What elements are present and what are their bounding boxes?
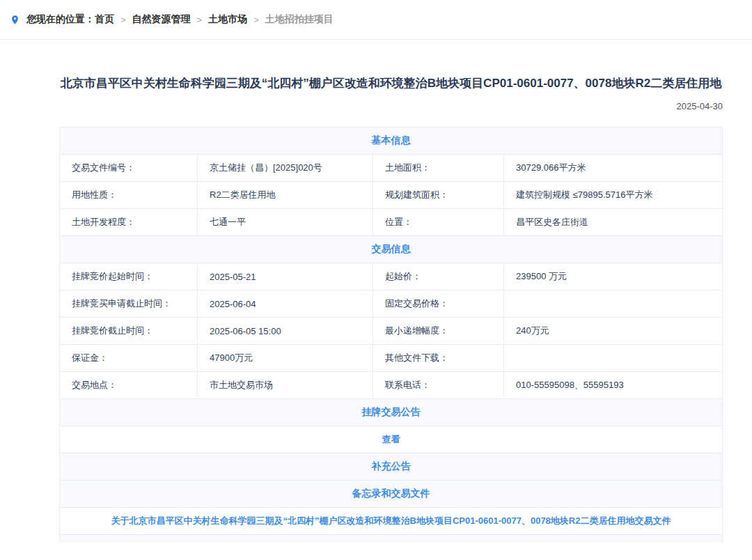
breadcrumb-separator: > xyxy=(197,15,203,25)
field-label: 联系电话： xyxy=(373,372,503,398)
section-header-row: 补充公告 xyxy=(60,453,722,481)
field-value: 47900万元 xyxy=(197,345,373,371)
view-link[interactable]: 查看 xyxy=(382,433,400,446)
breadcrumb-prefix: 您现在的位置： xyxy=(26,13,95,26)
main-content: 北京市昌平区中关村生命科学园三期及“北四村”棚户区改造和环境整治B地块项目CP0… xyxy=(59,75,723,543)
field-label: 用地性质： xyxy=(60,182,197,208)
breadcrumb-item-current: 土地招拍挂项目 xyxy=(265,13,334,26)
table-row: 挂牌竞价截止时间：2025-06-05 15:00最小递增幅度：240万元 xyxy=(60,318,722,345)
section-title: 挂牌交易公告 xyxy=(362,406,421,419)
section-header-row: 挂牌交易公告 xyxy=(60,399,722,426)
section-title: 备忘录和交易文件 xyxy=(352,488,430,500)
table-row: 土地开发程度：七通一平位置：昌平区史各庄街道 xyxy=(60,209,722,236)
land-info-table: 基本信息交易文件编号：京土储挂（昌）[2025]020号土地面积：30729.0… xyxy=(59,127,723,543)
field-label: 土地开发程度： xyxy=(60,209,197,235)
breadcrumb-item-land-market[interactable]: 土地市场 xyxy=(208,13,247,26)
field-value: 2025-06-05 15:00 xyxy=(197,318,373,344)
section-title: 基本信息 xyxy=(372,134,411,147)
field-label: 保证金： xyxy=(60,345,197,371)
field-label: 规划建筑面积： xyxy=(373,182,503,208)
field-label: 挂牌竞买申请截止时间： xyxy=(60,290,197,317)
breadcrumb-separator: > xyxy=(253,15,259,25)
publish-date: 2025-04-30 xyxy=(59,101,723,111)
field-label: 其他文件下载： xyxy=(373,345,503,371)
table-row: 用地性质：R2二类居住用地规划建筑面积：建筑控制规模 ≤79895.5716平方… xyxy=(60,182,722,209)
breadcrumb-separator: > xyxy=(120,15,126,25)
field-value: 240万元 xyxy=(503,318,722,344)
field-value: 七通一平 xyxy=(197,209,373,235)
field-value: 30729.066平方米 xyxy=(503,155,722,181)
field-value: 市土地交易市场 xyxy=(197,372,373,398)
field-value: R2二类居住用地 xyxy=(197,182,373,208)
field-value xyxy=(503,345,722,371)
section-title: 交易信息 xyxy=(372,243,411,256)
header-divider xyxy=(0,39,752,40)
field-label: 最小递增幅度： xyxy=(373,318,503,344)
field-value: 239500 万元 xyxy=(503,263,722,290)
link-row: 查看 xyxy=(60,426,722,453)
field-label: 起始价： xyxy=(373,263,503,290)
breadcrumb-item-natural-resources[interactable]: 自然资源管理 xyxy=(132,13,191,26)
field-value: 2025-05-21 xyxy=(197,263,373,290)
location-pin-icon xyxy=(10,15,20,25)
field-label: 位置： xyxy=(373,209,503,235)
table-row: 保证金：47900万元其他文件下载： xyxy=(60,345,722,372)
field-value: 建筑控制规模 ≤79895.5716平方米 xyxy=(503,182,722,208)
section-header-row: 基本信息 xyxy=(60,127,722,155)
section-header-row: 交易信息 xyxy=(60,236,722,263)
link-row: 关于北京市昌平区中关村生命科学园三期及“北四村”棚户区改造和环境整治B地块项目C… xyxy=(60,508,722,535)
section-header-row: 备忘录和交易文件 xyxy=(60,481,722,508)
field-label: 交易地点： xyxy=(60,372,197,398)
page-title: 北京市昌平区中关村生命科学园三期及“北四村”棚户区改造和环境整治B地块项目CP0… xyxy=(59,75,723,93)
field-label: 固定交易价格： xyxy=(373,290,503,317)
table-row: 交易文件编号：京土储挂（昌）[2025]020号土地面积：30729.066平方… xyxy=(60,155,722,182)
field-value: 010-55595098、55595193 xyxy=(503,372,722,398)
breadcrumb-item-home[interactable]: 首页 xyxy=(95,13,114,26)
breadcrumb: 您现在的位置： 首页 > 自然资源管理 > 土地市场 > 土地招拍挂项目 xyxy=(0,0,752,39)
table-row: 交易地点：市土地交易市场联系电话：010-55595098、55595193 xyxy=(60,372,722,399)
field-value xyxy=(503,290,722,317)
field-label: 挂牌竞价起始时间： xyxy=(60,263,197,290)
section-title: 补充公告 xyxy=(372,460,411,473)
field-label: 交易文件编号： xyxy=(60,155,197,181)
field-value: 京土储挂（昌）[2025]020号 xyxy=(197,155,373,181)
field-value: 昌平区史各庄街道 xyxy=(503,209,722,235)
next-section-partial-band xyxy=(60,535,722,543)
transaction-document-link[interactable]: 关于北京市昌平区中关村生命科学园三期及“北四村”棚户区改造和环境整治B地块项目C… xyxy=(111,515,671,527)
field-label: 挂牌竞价截止时间： xyxy=(60,318,197,344)
table-row: 挂牌竞价起始时间：2025-05-21起始价：239500 万元 xyxy=(60,263,722,290)
table-row: 挂牌竞买申请截止时间：2025-06-04固定交易价格： xyxy=(60,290,722,318)
field-label: 土地面积： xyxy=(373,155,503,181)
field-value: 2025-06-04 xyxy=(197,290,373,317)
